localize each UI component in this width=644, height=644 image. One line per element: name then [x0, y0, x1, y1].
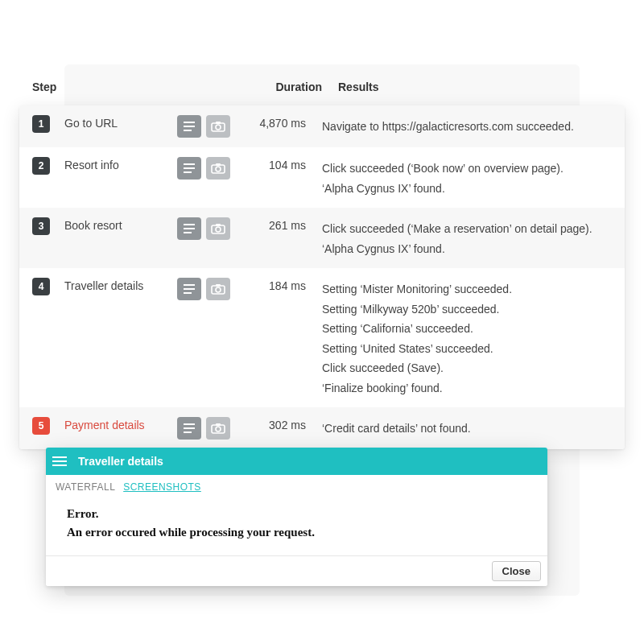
step-results: Click succeeded (‘Make a reservation’ on… — [322, 217, 612, 258]
step-actions — [177, 217, 242, 240]
svg-rect-13 — [184, 228, 195, 229]
result-line: ‘Credit card details’ not found. — [322, 419, 612, 439]
svg-rect-24 — [184, 423, 195, 425]
svg-rect-2 — [184, 130, 192, 131]
log-icon[interactable] — [177, 417, 201, 440]
tab-waterfall[interactable]: WATERFALL — [56, 481, 115, 493]
header-duration: Duration — [242, 80, 338, 105]
step-actions — [177, 157, 242, 180]
table-row: 3Book resort261 msClick succeeded (‘Make… — [19, 208, 625, 268]
header-icons-spacer — [177, 80, 242, 105]
svg-rect-8 — [184, 171, 192, 173]
result-line: Navigate to https://galacticresorts.com … — [322, 117, 612, 137]
svg-point-17 — [216, 227, 221, 232]
svg-rect-4 — [216, 122, 221, 124]
header-name-spacer — [64, 80, 177, 105]
step-actions — [177, 115, 242, 138]
popup-body: Error. An error occured while processing… — [46, 496, 547, 555]
step-number-badge: 3 — [32, 217, 50, 235]
step-results: Setting ‘Mister Monitoring’ succeeded.Se… — [322, 278, 612, 398]
step-name: Book resort — [64, 217, 177, 232]
step-number-badge: 1 — [32, 115, 50, 133]
header-results: Results — [338, 80, 612, 105]
step-actions — [177, 417, 242, 440]
log-icon[interactable] — [177, 115, 201, 138]
step-name: Traveller details — [64, 278, 177, 292]
svg-rect-25 — [184, 427, 195, 429]
close-button[interactable]: Close — [492, 561, 541, 581]
screenshot-icon[interactable] — [206, 278, 230, 300]
step-duration: 261 ms — [242, 217, 322, 232]
table-row: 2Resort info104 msClick succeeded (‘Book… — [19, 147, 625, 208]
result-line: Setting ‘Mister Monitoring’ succeeded. — [322, 279, 612, 299]
popup-header: Traveller details — [46, 448, 547, 475]
screenshot-icon[interactable] — [206, 115, 230, 138]
step-number-badge: 5 — [32, 417, 50, 435]
svg-rect-26 — [184, 431, 192, 433]
svg-rect-20 — [184, 292, 192, 294]
svg-point-23 — [216, 287, 221, 292]
result-line: Click succeeded (‘Make a reservation’ on… — [322, 219, 612, 239]
result-line: ‘Alpha Cygnus IX’ found. — [322, 239, 612, 259]
table-row: 5Payment details302 ms‘Credit card detai… — [19, 407, 625, 449]
result-line: ‘Alpha Cygnus IX’ found. — [322, 179, 612, 199]
svg-rect-28 — [216, 423, 221, 426]
step-results: ‘Credit card details’ not found. — [322, 417, 612, 439]
svg-point-5 — [216, 125, 221, 130]
popup-footer: Close — [46, 555, 547, 586]
tab-screenshots[interactable]: SCREENSHOTS — [123, 481, 201, 493]
popup-tabs: WATERFALL SCREENSHOTS — [46, 475, 547, 496]
error-title: Error. — [67, 507, 526, 521]
step-duration: 104 ms — [242, 157, 322, 171]
screenshot-icon[interactable] — [206, 217, 230, 240]
step-detail-popup: Traveller details WATERFALL SCREENSHOTS … — [46, 448, 547, 586]
popup-title: Traveller details — [78, 455, 163, 468]
step-results: Click succeeded (‘Book now’ on overview … — [322, 157, 612, 198]
svg-rect-10 — [216, 163, 221, 166]
step-duration: 302 ms — [242, 417, 322, 431]
table-header: Step Duration Results — [32, 80, 612, 105]
result-line: Setting ‘United States’ succeeded. — [322, 339, 612, 359]
svg-rect-14 — [184, 232, 192, 233]
result-line: Click succeeded (Save). — [322, 358, 612, 378]
result-line: Setting ‘California’ succeeded. — [322, 319, 612, 339]
step-number-badge: 4 — [32, 278, 50, 295]
svg-rect-6 — [184, 163, 195, 165]
menu-icon[interactable] — [52, 456, 68, 467]
svg-rect-22 — [216, 284, 221, 287]
svg-rect-16 — [216, 224, 221, 226]
svg-rect-12 — [184, 224, 195, 225]
svg-rect-18 — [184, 284, 195, 286]
table-row: 4Traveller details184 msSetting ‘Mister … — [19, 268, 625, 407]
screenshot-icon[interactable] — [206, 157, 230, 180]
result-line: Click succeeded (‘Book now’ on overview … — [322, 159, 612, 179]
error-message: An error occured while processing your r… — [67, 526, 526, 539]
step-name: Resort info — [64, 157, 177, 171]
svg-point-11 — [216, 167, 221, 171]
log-icon[interactable] — [177, 278, 201, 300]
table-row: 1Go to URL4,870 msNavigate to https://ga… — [19, 105, 625, 147]
step-duration: 184 ms — [242, 278, 322, 292]
step-actions — [177, 278, 242, 300]
result-line: Setting ‘Milkyway 520b’ succeeded. — [322, 299, 612, 320]
svg-point-29 — [216, 427, 221, 431]
svg-rect-0 — [184, 122, 195, 123]
svg-rect-1 — [184, 126, 195, 127]
log-icon[interactable] — [177, 157, 201, 180]
svg-rect-19 — [184, 288, 195, 290]
step-name: Go to URL — [64, 115, 177, 130]
screenshot-icon[interactable] — [206, 417, 230, 440]
step-duration: 4,870 ms — [242, 115, 322, 130]
steps-table: 1Go to URL4,870 msNavigate to https://ga… — [19, 105, 625, 449]
step-results: Navigate to https://galacticresorts.com … — [322, 115, 612, 137]
step-number-badge: 2 — [32, 157, 50, 175]
step-name: Payment details — [64, 417, 177, 431]
header-step: Step — [32, 80, 64, 105]
log-icon[interactable] — [177, 217, 201, 240]
svg-rect-7 — [184, 167, 195, 169]
result-line: ‘Finalize booking’ found. — [322, 378, 612, 398]
